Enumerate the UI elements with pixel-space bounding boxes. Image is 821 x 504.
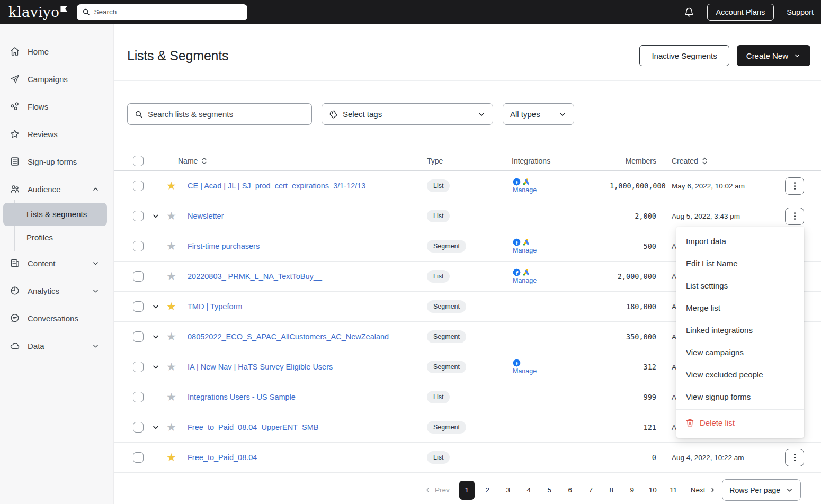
- page-2[interactable]: 2: [480, 481, 495, 500]
- page-10[interactable]: 10: [645, 481, 661, 500]
- row-checkbox[interactable]: [133, 362, 144, 372]
- row-expand-chevron-icon[interactable]: [151, 363, 160, 371]
- page-9[interactable]: 9: [624, 481, 640, 500]
- row-checkbox[interactable]: [133, 301, 144, 312]
- row-actions-kebab-button[interactable]: [785, 449, 804, 466]
- favorite-star-icon-inactive[interactable]: ★: [166, 361, 176, 373]
- menu-item-view-campaigns[interactable]: View campaigns: [676, 341, 804, 364]
- row-checkbox[interactable]: [133, 422, 144, 433]
- page-8[interactable]: 8: [604, 481, 619, 500]
- facebook-icon: f: [513, 178, 521, 186]
- menu-item-view-excluded-people[interactable]: View excluded people: [676, 364, 804, 386]
- list-name-link[interactable]: 08052022_ECO_S_APAC_AllCustomers_AC_NewZ…: [188, 332, 389, 341]
- manage-integrations-link[interactable]: Manage: [513, 277, 537, 284]
- sidebar-item-profiles[interactable]: Profiles: [3, 226, 107, 249]
- row-checkbox[interactable]: [133, 331, 144, 342]
- favorite-star-icon[interactable]: ★: [166, 179, 176, 192]
- list-name-link[interactable]: TMD | Typeform: [188, 302, 242, 311]
- menu-item-list-settings[interactable]: List settings: [676, 275, 804, 297]
- manage-integrations-link[interactable]: Manage: [513, 186, 537, 194]
- favorite-star-icon[interactable]: ★: [166, 300, 176, 312]
- page-7[interactable]: 7: [583, 481, 599, 500]
- sidebar-item-content[interactable]: Content: [0, 249, 113, 277]
- sidebar-item-reviews[interactable]: Reviews: [0, 120, 113, 148]
- chevron-down-icon: [92, 259, 100, 267]
- column-header-created[interactable]: Created: [672, 157, 698, 165]
- sort-icon[interactable]: [201, 157, 207, 165]
- menu-item-edit-list-name[interactable]: Edit List Name: [676, 253, 804, 275]
- page-4[interactable]: 4: [521, 481, 537, 500]
- lists-search-input[interactable]: [148, 110, 305, 119]
- favorite-star-icon-inactive[interactable]: ★: [166, 330, 176, 343]
- row-expand-chevron-icon[interactable]: [151, 302, 160, 311]
- sidebar-item-analytics[interactable]: Analytics: [0, 277, 113, 304]
- sidebar-item-flows[interactable]: Flows: [0, 93, 113, 120]
- support-link[interactable]: Support: [787, 8, 814, 16]
- send-icon: [10, 74, 20, 84]
- sidebar-item-signup-forms[interactable]: Sign-up forms: [0, 148, 113, 175]
- sidebar-item-conversations[interactable]: Conversations: [0, 304, 113, 332]
- sidebar-item-campaigns[interactable]: Campaigns: [0, 65, 113, 93]
- list-name-link[interactable]: 20220803_ PRMK_L_NA_TextToBuy__: [188, 272, 322, 281]
- manage-integrations-link[interactable]: Manage: [513, 247, 537, 254]
- favorite-star-icon-inactive[interactable]: ★: [166, 391, 176, 403]
- page-6[interactable]: 6: [563, 481, 578, 500]
- select-all-checkbox[interactable]: [133, 156, 144, 166]
- manage-integrations-link[interactable]: Manage: [513, 367, 537, 375]
- page-3[interactable]: 3: [501, 481, 516, 500]
- favorite-star-icon-inactive[interactable]: ★: [166, 270, 176, 282]
- row-expand-chevron-icon[interactable]: [151, 332, 160, 341]
- table-header-row: Name Type Integrations Members Created: [114, 151, 821, 171]
- type-filter-dropdown[interactable]: All types: [503, 103, 574, 125]
- sort-icon[interactable]: [702, 157, 708, 165]
- prev-page-button[interactable]: Prev: [424, 486, 450, 494]
- row-expand-chevron-icon[interactable]: [151, 423, 160, 431]
- klaviyo-logo[interactable]: klaviyo: [8, 4, 67, 20]
- sidebar-item-audience[interactable]: Audience: [0, 175, 113, 203]
- create-new-button[interactable]: Create New: [737, 45, 810, 66]
- menu-item-delete-list[interactable]: Delete list: [676, 411, 804, 435]
- favorite-star-icon-inactive[interactable]: ★: [166, 421, 176, 433]
- list-name-link[interactable]: Integrations Users - US Sample: [188, 393, 296, 401]
- select-tags-dropdown[interactable]: Select tags: [322, 103, 493, 125]
- row-checkbox[interactable]: [133, 452, 144, 463]
- global-search-input[interactable]: [94, 8, 242, 16]
- menu-item-import-data[interactable]: Import data: [676, 230, 804, 253]
- content-icon: [10, 258, 20, 268]
- page-1[interactable]: 1: [459, 481, 475, 500]
- favorite-star-icon-inactive[interactable]: ★: [166, 210, 176, 222]
- menu-item-view-signup-forms[interactable]: View signup forms: [676, 386, 804, 408]
- menu-item-merge-list[interactable]: Merge list: [676, 297, 804, 319]
- sidebar-item-lists-segments[interactable]: Lists & segments: [3, 203, 107, 226]
- global-search[interactable]: [77, 4, 247, 20]
- next-page-button[interactable]: Next: [691, 486, 716, 494]
- row-checkbox[interactable]: [133, 211, 144, 221]
- list-name-link[interactable]: CE | Acad | JL | SJ_prod_cert_expiration…: [188, 182, 365, 190]
- notifications-bell-icon[interactable]: [684, 7, 694, 17]
- row-actions-kebab-button[interactable]: [785, 177, 804, 195]
- column-header-name[interactable]: Name: [178, 157, 198, 165]
- row-checkbox[interactable]: [133, 241, 144, 251]
- list-name-link[interactable]: Free_to_Paid_08.04: [188, 453, 257, 462]
- inactive-segments-button[interactable]: Inactive Segments: [639, 45, 729, 66]
- sidebar-item-home[interactable]: Home: [0, 38, 113, 65]
- list-name-link[interactable]: Newsletter: [188, 212, 224, 220]
- list-name-link[interactable]: Free_to_Paid_08.04_UpperENT_SMB: [188, 423, 318, 431]
- page-11[interactable]: 11: [666, 481, 681, 500]
- row-expand-chevron-icon[interactable]: [151, 212, 160, 220]
- row-checkbox[interactable]: [133, 392, 144, 402]
- lists-search[interactable]: [127, 103, 312, 125]
- sidebar-item-data[interactable]: Data: [0, 332, 113, 359]
- row-checkbox[interactable]: [133, 271, 144, 282]
- google-ads-icon: [522, 178, 530, 186]
- account-plans-button[interactable]: Account Plans: [707, 4, 774, 21]
- page-5[interactable]: 5: [542, 481, 557, 500]
- list-name-link[interactable]: IA | New Nav | HaTS Survey Eligible User…: [188, 363, 333, 371]
- rows-per-page-dropdown[interactable]: Rows Per page: [722, 479, 801, 501]
- row-checkbox[interactable]: [133, 181, 144, 191]
- favorite-star-icon-inactive[interactable]: ★: [166, 240, 176, 252]
- favorite-star-icon[interactable]: ★: [166, 451, 176, 463]
- list-name-link[interactable]: First-time purchasers: [188, 242, 260, 250]
- menu-item-linked-integrations[interactable]: Linked integrations: [676, 319, 804, 341]
- row-actions-kebab-button[interactable]: [785, 208, 804, 225]
